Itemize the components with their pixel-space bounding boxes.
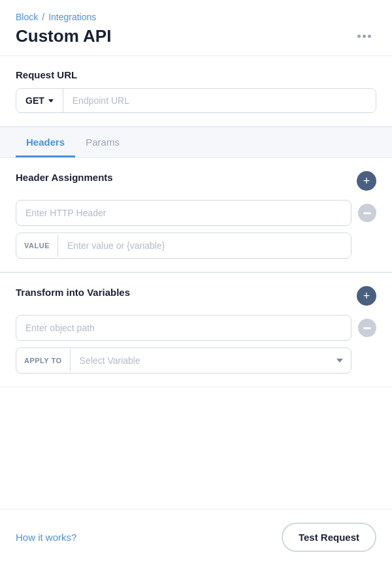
more-options-button[interactable]	[352, 32, 376, 40]
add-variable-button[interactable]: +	[357, 286, 376, 306]
breadcrumb-integrations[interactable]: Integrations	[48, 12, 96, 22]
value-input[interactable]	[58, 233, 351, 258]
transform-label: Transform into Variables	[16, 287, 130, 298]
apply-to-wrapper: APPLY TO Select Variable	[16, 347, 376, 374]
test-request-button[interactable]: Test Request	[282, 523, 376, 552]
add-header-button[interactable]: +	[357, 171, 376, 191]
value-row-wrapper: VALUE	[16, 233, 376, 259]
header-section: Block / Integrations Custom API	[0, 0, 392, 56]
page-title: Custom API	[16, 26, 111, 46]
breadcrumb-separator: /	[42, 12, 44, 22]
footer-section: How it works? Test Request	[0, 509, 392, 565]
request-url-section: Request URL GET	[0, 56, 392, 126]
object-path-input-row	[16, 315, 376, 341]
apply-to-label: APPLY TO	[16, 349, 71, 372]
page-title-row: Custom API	[16, 26, 376, 46]
tabs-row: Headers Params	[0, 127, 392, 157]
endpoint-url-input[interactable]	[63, 89, 376, 112]
value-input-row: VALUE	[16, 233, 351, 259]
header-assignments-header-row: Header Assignments +	[16, 171, 376, 191]
header-assignments-label: Header Assignments	[16, 172, 113, 183]
http-header-input-row	[16, 200, 376, 226]
method-chevron-icon	[48, 99, 54, 103]
page-container: Block / Integrations Custom API Request …	[0, 0, 392, 565]
request-url-label: Request URL	[16, 69, 376, 80]
minus-icon	[363, 212, 371, 214]
apply-to-placeholder: Select Variable	[80, 355, 140, 366]
apply-to-chevron-icon	[336, 359, 343, 363]
dot-2	[363, 35, 366, 38]
remove-header-button[interactable]	[358, 204, 376, 222]
tabs-section: Headers Params	[0, 127, 392, 157]
method-label: GET	[25, 95, 44, 106]
object-path-input[interactable]	[16, 315, 351, 341]
apply-to-select[interactable]: Select Variable	[71, 348, 336, 373]
tab-headers[interactable]: Headers	[16, 127, 75, 157]
transform-header-row: Transform into Variables +	[16, 286, 376, 306]
remove-variable-button[interactable]	[358, 319, 376, 337]
http-header-input[interactable]	[16, 200, 351, 226]
transform-divider	[0, 387, 392, 387]
dot-3	[368, 35, 371, 38]
apply-to-row: APPLY TO Select Variable	[16, 347, 351, 374]
breadcrumb-block[interactable]: Block	[16, 12, 38, 22]
how-it-works-button[interactable]: How it works?	[16, 532, 76, 543]
value-label: VALUE	[16, 234, 58, 257]
url-input-row: GET	[16, 88, 376, 113]
tab-params[interactable]: Params	[75, 127, 130, 157]
breadcrumb: Block / Integrations	[16, 12, 376, 22]
method-selector[interactable]: GET	[16, 89, 63, 112]
header-assignments-section: Header Assignments + VALUE	[0, 157, 392, 272]
transform-section: Transform into Variables + APPLY TO Sele…	[0, 272, 392, 387]
minus-icon-2	[363, 327, 371, 329]
dot-1	[357, 35, 361, 38]
